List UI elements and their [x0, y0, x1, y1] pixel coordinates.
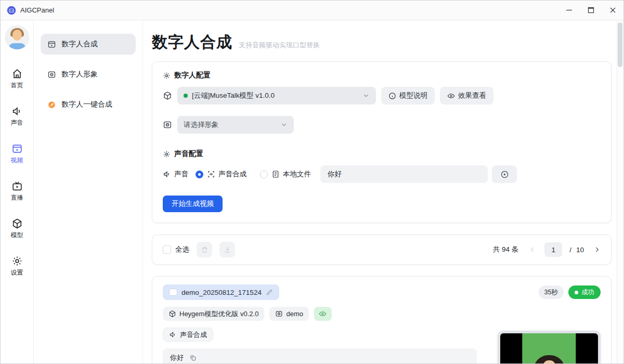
radio-local-file[interactable] — [260, 171, 268, 178]
minimize-button[interactable] — [558, 1, 580, 20]
app-window: AIGCPanel 首页 — [0, 0, 624, 364]
avatar-row: 请选择形象 — [163, 116, 601, 134]
preview-eye-tag[interactable] — [314, 307, 332, 321]
submenu-item-synthesis[interactable]: 数字人合成 — [41, 34, 136, 55]
download-button[interactable] — [219, 242, 235, 257]
model-info-button[interactable]: 模型说明 — [381, 87, 435, 105]
video-frame-icon — [47, 40, 56, 49]
section-voice-config: 声音配置 — [163, 149, 601, 159]
magic-badge-icon — [47, 100, 56, 109]
submenu-label-synthesis: 数字人合成 — [61, 40, 98, 49]
section-digital-human-config: 数字人配置 — [163, 71, 601, 80]
page-title: 数字人合成 — [152, 32, 232, 53]
model-online-dot — [184, 94, 188, 98]
video-thumbnail[interactable] — [498, 331, 601, 364]
voice-type-tag: 声音合成 — [163, 328, 213, 342]
speaker-icon — [11, 106, 23, 117]
nav-item-model[interactable]: 模型 — [11, 218, 23, 240]
maximize-button[interactable] — [580, 1, 602, 20]
avatar-body — [9, 43, 25, 49]
option-local-file[interactable]: 本地文件 — [271, 170, 311, 179]
page-prev-icon[interactable] — [529, 246, 536, 253]
select-all-checkbox[interactable] — [163, 245, 171, 254]
speaker-icon — [169, 331, 177, 339]
submenu-label-avatar: 数字人形象 — [61, 70, 98, 79]
scrollbar-thumb[interactable] — [618, 22, 622, 67]
generate-video-button[interactable]: 开始生成视频 — [163, 196, 223, 212]
effect-view-button[interactable]: 效果查看 — [440, 87, 493, 105]
voice-label-group: 声音 — [163, 170, 188, 179]
submenu-item-oneclick[interactable]: 数字人一键合成 — [41, 94, 136, 115]
nav-item-voice[interactable]: 声音 — [11, 106, 23, 127]
nav-item-settings[interactable]: 设置 — [11, 255, 23, 277]
nav-rail: 首页 声音 视频 直播 — [1, 20, 34, 364]
config-card: 数字人配置 [云端]MuseTalk模型 v1.0.0 模型说明 — [152, 61, 612, 223]
model-row: [云端]MuseTalk模型 v1.0.0 模型说明 效果查看 — [163, 87, 601, 105]
copy-icon[interactable] — [189, 354, 197, 361]
close-icon — [609, 7, 616, 14]
record-header: demo_20250812_171524 35秒 成功 — [163, 284, 601, 300]
nav-label-home: 首页 — [11, 81, 23, 90]
status-label: 成功 — [581, 288, 594, 297]
page-current-box[interactable]: 1 — [544, 242, 562, 257]
section-title: 数字人配置 — [174, 71, 211, 80]
voice-synth-icon — [207, 170, 215, 178]
avatar-face — [12, 30, 22, 41]
status-badge: 成功 — [568, 285, 601, 299]
record-text: 你好 — [170, 353, 184, 362]
minimize-icon — [566, 7, 573, 14]
file-icon — [271, 170, 280, 178]
user-avatar[interactable] — [5, 25, 29, 49]
play-preview-button[interactable] — [492, 165, 517, 183]
download-icon — [224, 246, 231, 254]
titlebar: AIGCPanel — [1, 1, 623, 20]
model-select[interactable]: [云端]MuseTalk模型 v1.0.0 — [177, 87, 376, 105]
record-name-pill: demo_20250812_171524 — [163, 284, 279, 300]
nav-label-voice: 声音 — [11, 119, 23, 127]
page-header: 数字人合成 支持音频驱动实现口型替换 — [152, 32, 611, 53]
nav-item-home[interactable]: 首页 — [11, 68, 23, 90]
model-cube-icon — [163, 91, 172, 100]
record-checkbox[interactable] — [169, 289, 177, 296]
record-name: demo_20250812_171524 — [181, 289, 262, 296]
nav-label-model: 模型 — [11, 231, 23, 240]
submenu-label-oneclick: 数字人一键合成 — [61, 100, 112, 109]
nav-label-live: 直播 — [11, 193, 23, 202]
delete-button[interactable] — [197, 242, 212, 257]
live-tv-icon — [11, 180, 23, 192]
model-cube-icon — [11, 218, 23, 229]
eye-icon — [319, 310, 327, 318]
page-next-icon[interactable] — [593, 246, 601, 253]
voice-label: 声音 — [174, 170, 188, 179]
radio-voice-synthesis[interactable] — [196, 171, 203, 178]
select-all-label: 全选 — [175, 245, 189, 254]
nav-item-live[interactable]: 直播 — [11, 180, 23, 202]
local-file-label: 本地文件 — [283, 170, 311, 179]
submenu-item-avatar[interactable]: 数字人形象 — [41, 64, 136, 85]
avatar-select[interactable]: 请选择形象 — [177, 116, 294, 134]
duration-badge: 35秒 — [539, 285, 564, 299]
edit-pencil-icon[interactable] — [266, 289, 273, 296]
speaker-icon — [163, 170, 171, 178]
model-tag: Heygem模型优化版 v0.2.0 — [163, 307, 264, 321]
scrollbar-track[interactable] — [617, 20, 623, 364]
avatar-frame-icon — [275, 310, 283, 318]
avatar-tag-label: demo — [286, 310, 303, 318]
avatar-frame-icon — [47, 70, 56, 79]
chevron-down-icon — [362, 92, 370, 99]
info-icon — [388, 92, 396, 100]
home-icon — [11, 68, 23, 80]
video-frame-icon — [11, 143, 23, 154]
play-circle-icon — [500, 170, 509, 179]
status-dot — [575, 291, 578, 294]
close-button[interactable] — [602, 1, 623, 20]
page-separator: / — [569, 246, 571, 254]
nav-item-video[interactable]: 视频 — [11, 143, 23, 165]
avatar-tag: demo — [269, 307, 309, 321]
option-voice-synthesis[interactable]: 声音合成 — [207, 170, 246, 179]
record-tags: Heygem模型优化版 v0.2.0 demo — [163, 307, 601, 321]
avatar-frame-icon — [163, 120, 172, 129]
trash-icon — [201, 246, 209, 254]
tts-text-input[interactable] — [320, 165, 488, 183]
model-info-label: 模型说明 — [399, 91, 427, 100]
